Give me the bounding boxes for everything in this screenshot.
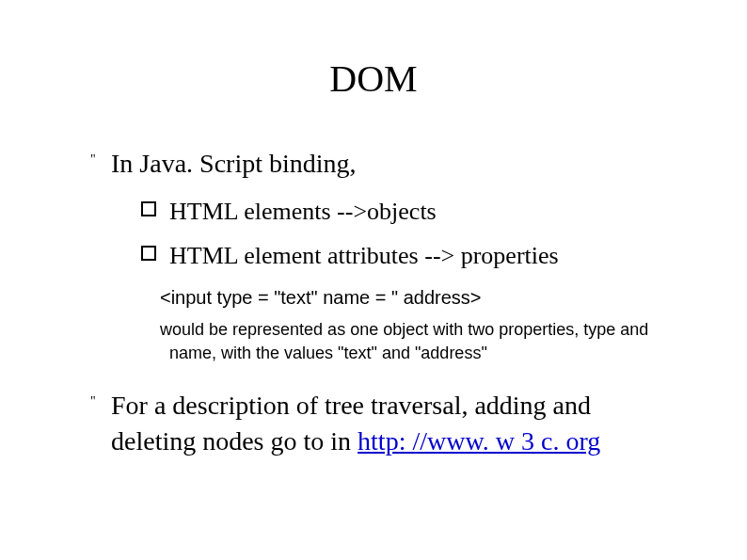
sub-bullet-list: HTML elements -->objects HTML element at… [141, 193, 662, 274]
desc-text: would be represented as one object with … [160, 320, 583, 339]
desc-text: and [615, 320, 648, 339]
sub-bullet-item: HTML element attributes --> properties [141, 237, 662, 274]
code-literal: name [169, 344, 212, 362]
sub-bullet-text: HTML element attributes --> properties [169, 242, 559, 269]
bullet-item: In Java. Script binding, [85, 146, 662, 182]
desc-text: and [377, 344, 415, 362]
bullet-item: For a description of tree traversal, add… [85, 388, 662, 459]
checkbox-icon [141, 246, 156, 261]
slide-title: DOM [85, 56, 662, 101]
slide: DOM In Java. Script binding, HTML elemen… [0, 0, 747, 560]
code-literal: "text" [338, 344, 377, 362]
example-block: <input type = "text" name = " address> w… [160, 287, 662, 365]
example-description: would be represented as one object with … [160, 318, 662, 365]
desc-text: , with the values [212, 344, 338, 362]
link[interactable]: http: //www. w 3 c. org [358, 426, 600, 456]
code-literal: type [583, 320, 615, 339]
sub-bullet-text: HTML elements -->objects [169, 198, 437, 225]
example-code: <input type = "text" name = " address> [160, 287, 662, 309]
checkbox-icon [141, 201, 156, 216]
bullet-text: In Java. Script binding, [111, 149, 357, 178]
sub-bullet-item: HTML elements -->objects [141, 193, 662, 230]
code-literal: "address" [415, 344, 487, 362]
